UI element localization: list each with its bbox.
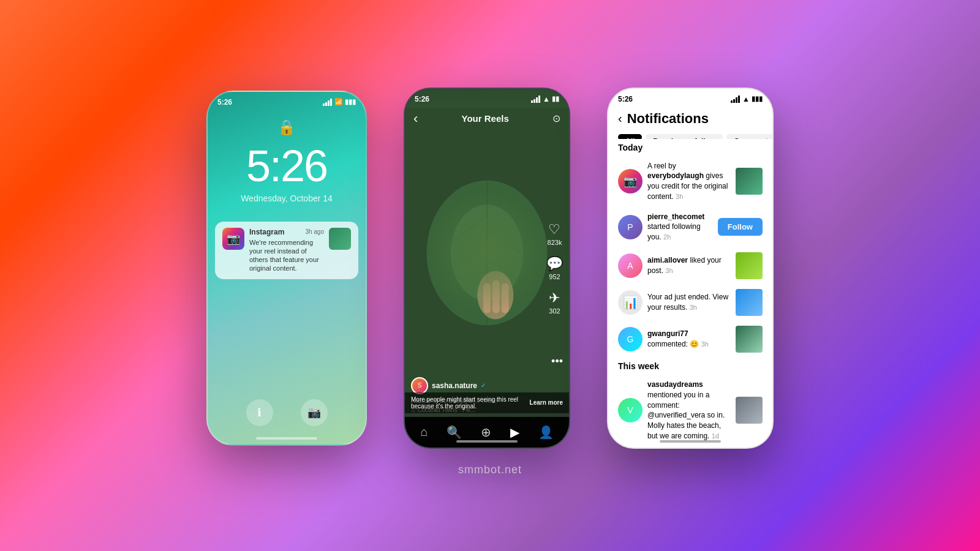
svg-line-12 — [453, 216, 487, 240]
like-action[interactable]: ♡ 823k — [548, 222, 562, 246]
status-time-2: 5:26 — [415, 95, 429, 103]
comment-action[interactable]: 💬 952 — [546, 256, 563, 280]
wifi-icon-2: ▲ — [543, 95, 550, 103]
reel-more-options[interactable]: ••• — [551, 355, 563, 368]
phones-container: 5:26 📶 ▮▮▮ 🔒 5:26 Wednesday, October 14 … — [206, 88, 774, 449]
notif-username-aimi[interactable]: aimi.allover — [647, 256, 688, 264]
nav-add-reels[interactable]: ⊕ — [481, 425, 491, 440]
promo-text: More people might start seeing this reel… — [411, 396, 530, 410]
filter-people-you-follow[interactable]: People you follow — [646, 134, 723, 139]
back-button-reels[interactable]: ‹ — [413, 111, 418, 127]
svg-rect-21 — [733, 99, 735, 103]
svg-rect-18 — [492, 280, 500, 313]
nav-home-reels[interactable]: ⌂ — [420, 425, 428, 439]
share-action[interactable]: ✈ 302 — [549, 290, 560, 315]
signal-icon-1 — [323, 99, 333, 106]
status-time-3: 5:26 — [618, 95, 633, 103]
svg-rect-7 — [538, 96, 540, 103]
filter-chips-row: All People you follow Comments Follows — [608, 132, 772, 139]
section-this-week: This week — [608, 358, 772, 375]
notif-username-pierre[interactable]: pierre_thecomet — [647, 212, 704, 221]
svg-rect-23 — [738, 96, 740, 103]
notif-time-2: 2h — [663, 233, 671, 241]
notif-avatar-ig: 📷 — [618, 169, 643, 193]
notif-time-5: 3h — [701, 340, 709, 348]
home-indicator-2 — [456, 440, 518, 443]
status-bar-1: 5:26 📶 ▮▮▮ — [208, 92, 366, 109]
learn-more-button[interactable]: Learn more — [530, 399, 563, 406]
notif-username-gwan[interactable]: gwanguri77 — [647, 329, 688, 338]
back-button-notifs[interactable]: ‹ — [618, 111, 622, 126]
notif-content-ad: Your ad just ended. View your results. 3… — [647, 292, 731, 313]
reel-promo-bar: More people might start seeing this reel… — [405, 392, 569, 413]
svg-line-13 — [487, 228, 519, 252]
notif-username-vasu[interactable]: vasudaydreams — [647, 380, 703, 389]
svg-rect-4 — [531, 100, 533, 103]
wifi-icon-3: ▲ — [742, 95, 750, 103]
svg-point-16 — [477, 271, 513, 319]
status-icons-1: 📶 ▮▮▮ — [323, 98, 356, 106]
status-icons-2: ▲ ▮▮ — [531, 95, 559, 103]
reel-leaf-svg — [405, 89, 569, 417]
home-indicator-3 — [660, 440, 721, 443]
svg-rect-1 — [325, 102, 327, 106]
notif-content-mention: vasudaydreams mentioned you in a comment… — [647, 380, 731, 441]
status-icons-3: ▲ ▮▮▮ — [731, 95, 763, 103]
notification-time: 3h ago — [305, 228, 324, 235]
share-icon: ✈ — [549, 290, 560, 306]
svg-line-14 — [450, 247, 487, 271]
notif-avatar-gwan: G — [618, 327, 643, 351]
share-count: 302 — [549, 307, 560, 315]
notif-content-like-1: aimi.allover liked your post. 3h — [647, 255, 731, 276]
instagram-icon: 📷 — [222, 228, 244, 250]
section-today: Today — [608, 139, 772, 156]
svg-point-10 — [451, 204, 523, 301]
camera-button-reels[interactable]: ⊙ — [552, 113, 560, 124]
filter-all[interactable]: All — [618, 134, 642, 139]
notif-thumb-ad — [736, 289, 763, 316]
notif-row-like-2: A alex.anyways18 liked your post. 2d — [608, 446, 772, 449]
signal-icon-3 — [731, 96, 741, 103]
lock-bottom-icons: ℹ 📷 — [208, 399, 366, 426]
nav-profile-reels[interactable]: 👤 — [538, 425, 554, 440]
watermark: smmbot.net — [458, 463, 522, 476]
wifi-icon-1: 📶 — [334, 98, 343, 106]
follow-button[interactable]: Follow — [718, 218, 763, 236]
nav-reels-reels[interactable]: ▶ — [510, 425, 519, 440]
notif-time-3: 3h — [665, 267, 673, 274]
status-time-1: 5:26 — [217, 98, 232, 107]
notif-content-comment: gwanguri77 commented: 😊 3h — [647, 329, 731, 350]
notif-row-like-1: A aimi.allover liked your post. 3h — [608, 247, 772, 284]
notification-thumbnail — [329, 228, 351, 250]
notif-thumb-comment — [736, 326, 763, 353]
svg-rect-20 — [731, 100, 733, 103]
notif-row-ad: 📊 Your ad just ended. View your results.… — [608, 284, 772, 321]
notif-avatar-aimi: A — [618, 253, 643, 278]
reel-video-bg — [405, 89, 569, 417]
phone-lockscreen: 5:26 📶 ▮▮▮ 🔒 5:26 Wednesday, October 14 … — [206, 91, 367, 446]
notifications-title: Notifications — [627, 111, 709, 127]
lock-big-time: 5:26 — [246, 141, 327, 191]
battery-icon-1: ▮▮▮ — [345, 98, 356, 106]
notif-row-mention: V vasudaydreams mentioned you in a comme… — [608, 375, 772, 446]
flashlight-icon[interactable]: ℹ — [246, 399, 273, 426]
comment-icon: 💬 — [546, 256, 563, 272]
nav-search-reels[interactable]: 🔍 — [447, 425, 462, 440]
notif-row-follow: P pierre_thecomet started following you.… — [608, 207, 772, 247]
notif-time-6: 1d — [712, 432, 719, 440]
svg-line-15 — [487, 258, 522, 282]
notif-thumb-like-1 — [736, 252, 763, 279]
reel-user-row: S sasha.nature ✓ — [411, 377, 563, 394]
reel-username: sasha.nature — [432, 381, 477, 390]
notification-content: Instagram 3h ago We're recommending your… — [249, 228, 324, 273]
filter-comments[interactable]: Comments — [726, 134, 772, 139]
camera-icon[interactable]: 📷 — [301, 399, 328, 426]
lock-notification-card: 📷 Instagram 3h ago We're recommending yo… — [215, 222, 358, 279]
notif-username-everybodylaugh[interactable]: everybodylaugh — [647, 171, 704, 180]
phone-reels: 5:26 ▲ ▮▮ ‹ Your Reels ⊙ — [404, 88, 570, 449]
lock-screen: 🔒 5:26 Wednesday, October 14 📷 Instagram… — [208, 109, 366, 446]
notif-row-reel-credit: 📷 A reel by everybodylaugh gives you cre… — [608, 156, 772, 207]
battery-icon-3: ▮▮▮ — [752, 95, 763, 103]
svg-point-9 — [426, 180, 547, 324]
phone-notifications: 5:26 ▲ ▮▮▮ ‹ Notifications — [607, 88, 774, 449]
